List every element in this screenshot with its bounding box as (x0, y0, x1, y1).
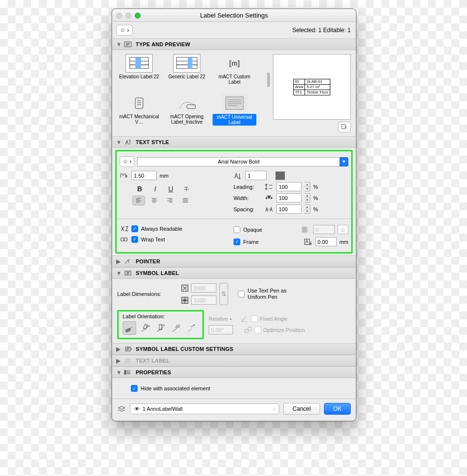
bold-button[interactable]: B (134, 184, 145, 194)
orientation-custom-button[interactable] (185, 321, 198, 335)
text-label-icon (124, 357, 133, 364)
tile-mact-custom[interactable]: [m] mACT Custom Label (213, 54, 256, 92)
layer-select[interactable]: 👁1 AnnoLabelWall › (130, 403, 279, 414)
orientation-horizontal-button[interactable]: A12 (169, 321, 183, 335)
dim-x-icon (180, 284, 189, 293)
underline-button[interactable]: U (165, 184, 176, 194)
orientation-parallel-button[interactable] (123, 321, 136, 335)
text-pen-input[interactable]: 1 (245, 171, 267, 180)
font-style-toolbar: B I U (134, 184, 227, 194)
fixed-angle-label: Fixed Angle (260, 316, 287, 322)
font-family-select[interactable]: Arial Narrow Bold ▼ (137, 157, 348, 166)
hide-with-element-checkbox[interactable]: ✓ (131, 385, 138, 392)
section-title: TEXT LABEL (136, 358, 170, 364)
optimize-position-label: Optimize Position (263, 327, 305, 333)
tile-elevation-label[interactable]: Elevation Label 22 (117, 54, 161, 92)
wrap-text-checkbox[interactable]: ✓ (131, 236, 138, 243)
section-text-label[interactable]: ▶ TEXT LABEL (112, 355, 356, 366)
leading-input[interactable]: 100 (276, 182, 302, 191)
fixed-angle-checkbox[interactable] (251, 315, 258, 322)
pen-color-swatch[interactable] (275, 171, 285, 180)
frame-checkbox[interactable]: ✓ (234, 238, 240, 245)
wrap-text-label: Wrap Text (141, 237, 165, 242)
label-width-input: 1000 (191, 283, 216, 293)
strikethrough-button[interactable] (181, 184, 192, 194)
zoom-dot-icon[interactable] (135, 13, 141, 18)
always-readable-checkbox[interactable]: ✓ (131, 225, 138, 232)
width-stepper[interactable]: ▲▼ (305, 193, 310, 202)
symbol-label-icon (124, 270, 133, 276)
section-symbol-custom[interactable]: ▶ SYMBOL LABEL CUSTOM SETTINGS (112, 343, 356, 355)
font-favorite-button[interactable]: ☆ › (120, 156, 134, 167)
svg-rect-4 (135, 57, 141, 68)
section-title: POINTER (136, 258, 160, 264)
italic-button[interactable]: I (150, 184, 161, 194)
section-type-preview[interactable]: ▼ TYPE AND PREVIEW (112, 38, 356, 50)
tile-mact-opening[interactable]: mACT Opening Label_Inactive (165, 94, 209, 133)
section-title: PROPERTIES (136, 369, 171, 375)
svg-rect-6 (177, 61, 197, 65)
opaque-label: Opaque (243, 227, 262, 233)
orientation-perpendicular-button[interactable]: A12 (138, 321, 152, 335)
always-readable-label: Always Readable (141, 226, 182, 232)
minimize-dot-icon[interactable] (126, 13, 131, 18)
svg-rect-26 (245, 330, 248, 333)
spacing-stepper[interactable]: ▲▼ (305, 204, 310, 214)
disclosure-tri-icon: ▼ (116, 369, 121, 375)
svg-rect-27 (248, 327, 251, 330)
align-center-button[interactable] (148, 196, 161, 205)
opaque-checkbox[interactable] (234, 226, 240, 233)
optimize-position-checkbox[interactable] (254, 327, 261, 333)
frame-offset-icon (304, 238, 312, 246)
section-properties[interactable]: ▼ PROPERTIES (112, 366, 356, 378)
spacing-input[interactable]: 100 (276, 204, 302, 214)
align-justify-button[interactable] (179, 196, 192, 205)
ok-button[interactable]: OK (324, 403, 351, 415)
section-symbol-label[interactable]: ▼ SYMBOL LABEL (112, 267, 356, 279)
use-text-pen-checkbox[interactable] (238, 291, 245, 297)
tile-mact-mechanical[interactable]: mACT Mechanical V… (117, 94, 161, 133)
align-right-button[interactable] (163, 196, 176, 205)
frame-label: Frame (243, 239, 259, 245)
relative-caret-icon: ▸ (230, 316, 233, 321)
alignment-toolbar (132, 196, 227, 205)
use-text-pen-label: Use Text Pen as Uniform Pen (248, 288, 301, 300)
titlebar: Label Selection Settings (112, 9, 356, 22)
frame-offset-input[interactable]: 0.00 (315, 237, 337, 246)
label-preview: IDSLAB-01 Area5.27 m² TF1Timber Floor (273, 54, 351, 120)
leading-icon (265, 183, 273, 191)
section-text-style[interactable]: ▼ TEXT STYLE (112, 136, 356, 148)
width-input[interactable]: 100 (276, 193, 302, 202)
disclosure-tri-icon: ▶ (116, 346, 121, 352)
tile-scrollbar[interactable] (266, 54, 271, 132)
relative-label: Relative (209, 316, 228, 322)
properties-icon (124, 369, 133, 376)
text-style-icon (124, 139, 133, 146)
type-preview-icon (124, 41, 133, 48)
tile-generic-label[interactable]: Generic Label 22 (165, 54, 209, 92)
preview-table: IDSLAB-01 Area5.27 m² TF1Timber Floor (293, 79, 331, 95)
disclosure-tri-icon: ▶ (116, 358, 121, 364)
label-orientation-label: Label Orientation: (123, 313, 198, 319)
tile-mact-universal[interactable]: mACT Universal Label (213, 94, 256, 133)
close-dot-icon[interactable] (116, 13, 122, 18)
load-symbol-button[interactable] (338, 122, 351, 132)
svg-text:A12: A12 (161, 324, 165, 327)
section-pointer[interactable]: ▶ POINTER (112, 256, 356, 267)
svg-rect-8 (188, 57, 193, 68)
disclosure-tri-icon: ▼ (116, 41, 121, 47)
svg-rect-9 (135, 98, 143, 109)
orientation-vertical-button[interactable]: A12 (154, 321, 167, 335)
pointer-icon (124, 258, 133, 265)
cancel-button[interactable]: Cancel (283, 403, 320, 415)
svg-rect-32 (125, 373, 126, 374)
svg-text:A12: A12 (146, 325, 150, 328)
font-size-input[interactable]: 1.50 (131, 171, 157, 180)
leading-stepper[interactable]: ▲▼ (305, 182, 310, 191)
text-style-highlight: ☆ › Arial Narrow Bold ▼ 1.50 mm (115, 150, 353, 254)
link-dimensions-button[interactable]: ⇅ (219, 283, 228, 305)
favorites-button[interactable]: ☆ › (116, 25, 133, 36)
spacing-icon (265, 205, 273, 213)
align-left-button[interactable] (132, 196, 145, 205)
svg-rect-16 (305, 239, 309, 244)
